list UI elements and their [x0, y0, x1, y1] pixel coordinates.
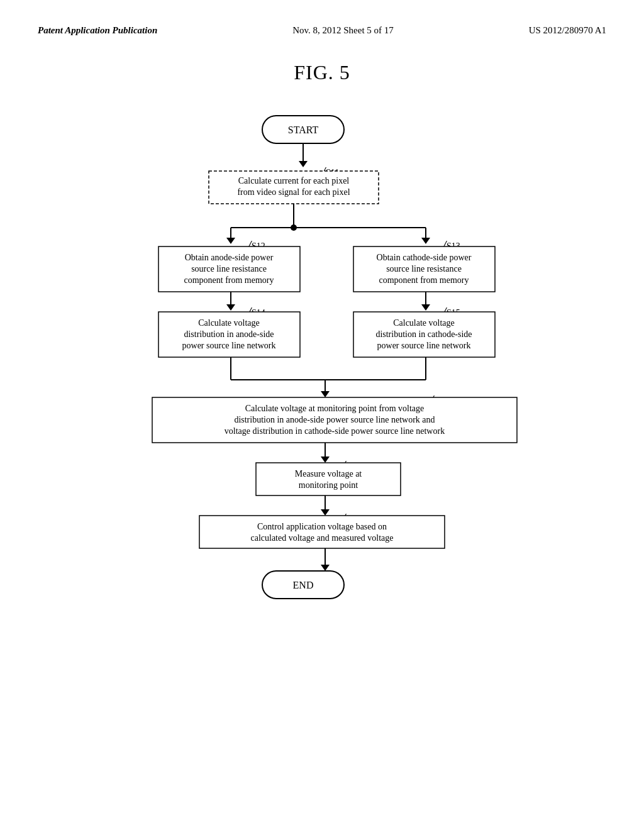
svg-text:source line resistance: source line resistance: [191, 264, 267, 274]
svg-marker-51: [321, 565, 330, 571]
svg-text:Calculate voltage: Calculate voltage: [198, 318, 260, 328]
svg-text:Control application voltage ba: Control application voltage based on: [257, 522, 387, 531]
svg-text:distribution in anode-side: distribution in anode-side: [184, 329, 274, 339]
svg-text:monitoring point: monitoring point: [299, 480, 358, 490]
svg-marker-26: [421, 304, 430, 311]
svg-text:Calculate voltage at monitorin: Calculate voltage at monitoring point fr…: [245, 404, 425, 413]
end-label: END: [293, 580, 314, 590]
svg-marker-2: [299, 161, 308, 167]
svg-marker-46: [321, 509, 330, 516]
s11-text-line2: from video signal for each pixel: [237, 187, 350, 197]
start-label: START: [288, 124, 319, 135]
date-sheet-label: Nov. 8, 2012 Sheet 5 of 17: [292, 25, 394, 36]
svg-rect-42: [256, 463, 401, 495]
svg-text:distribution in cathode-side: distribution in cathode-side: [375, 329, 472, 339]
svg-text:power source line network: power source line network: [377, 341, 471, 350]
svg-text:Obtain cathode-side power: Obtain cathode-side power: [377, 253, 472, 262]
patent-number-label: US 2012/280970 A1: [529, 25, 606, 36]
figure-title: FIG. 5: [38, 61, 606, 84]
svg-text:component from memory: component from memory: [379, 275, 469, 285]
page: Patent Application Publication Nov. 8, 2…: [0, 0, 644, 830]
s11-text-line1: Calculate current for each pixel: [238, 176, 350, 185]
svg-rect-47: [199, 516, 445, 548]
svg-marker-8: [226, 238, 235, 244]
svg-text:power source line network: power source line network: [182, 341, 276, 350]
svg-text:Calculate voltage: Calculate voltage: [393, 318, 455, 328]
svg-text:Obtain anode-side power: Obtain anode-side power: [185, 253, 274, 262]
svg-text:source line resistance: source line resistance: [386, 264, 462, 274]
flowchart-diagram: START ╱S11 Calculate current for each pi…: [102, 109, 542, 675]
svg-text:distribution in anode-side pow: distribution in anode-side power source …: [234, 415, 435, 424]
svg-text:Measure voltage at: Measure voltage at: [295, 469, 362, 479]
svg-text:calculated voltage and measure: calculated voltage and measured voltage: [250, 533, 393, 543]
header: Patent Application Publication Nov. 8, 2…: [38, 25, 606, 36]
svg-text:component from memory: component from memory: [184, 275, 274, 285]
svg-marker-35: [321, 391, 330, 397]
svg-marker-14: [421, 238, 430, 244]
svg-marker-20: [226, 304, 235, 311]
publication-label: Patent Application Publication: [38, 25, 157, 36]
svg-text:voltage distribution in cathod: voltage distribution in cathode-side pow…: [225, 426, 445, 436]
svg-marker-41: [321, 456, 330, 463]
